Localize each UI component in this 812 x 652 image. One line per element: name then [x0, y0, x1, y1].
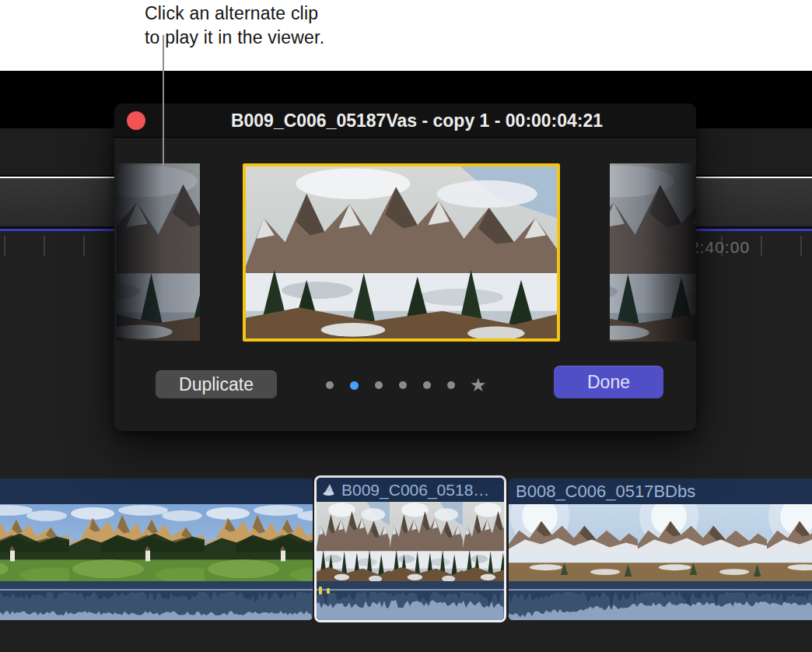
- alternate-clip-left[interactable]: [117, 163, 200, 341]
- ruler-tick: [761, 236, 762, 256]
- audio-waveform: [0, 581, 313, 620]
- dim-overlay: [117, 163, 200, 341]
- callout-pointer-line: [163, 35, 164, 167]
- ruler-tick: [44, 236, 45, 256]
- timeline-clip-green-valley[interactable]: [0, 478, 313, 620]
- alternate-dot-1[interactable]: [326, 381, 334, 389]
- ruler-tick: [4, 236, 5, 256]
- clip-name: B008_C006_0517BDbs: [516, 482, 695, 502]
- callout-line-2: to play it in the viewer.: [145, 26, 324, 50]
- favorite-star-icon[interactable]: ★: [470, 381, 487, 389]
- clip-filmstrip: [0, 504, 313, 581]
- clip-name: B009_C006_0518…: [341, 481, 489, 500]
- alternate-dot-2-selected[interactable]: [350, 381, 359, 390]
- done-button[interactable]: Done: [554, 366, 663, 398]
- audio-waveform: [509, 581, 812, 620]
- audition-title: B009_C006_05187Vas - copy 1 - 00:00:04:2…: [153, 103, 681, 138]
- alternate-dot-3[interactable]: [375, 381, 383, 389]
- dim-overlay: [610, 163, 696, 342]
- callout-line-1: Click an alternate clip: [145, 2, 324, 26]
- alternate-dot-5[interactable]: [423, 381, 431, 389]
- duplicate-button[interactable]: Duplicate: [156, 370, 277, 398]
- clip-filmstrip: [317, 502, 504, 581]
- ruler-tick: [83, 236, 85, 256]
- audition-window: B009_C006_05187Vas - copy 1 - 00:00:04:2…: [114, 103, 696, 431]
- alternate-clip-right[interactable]: [610, 163, 696, 342]
- callout-text: Click an alternate clip to play it in th…: [145, 2, 324, 50]
- fade-handle[interactable]: [327, 588, 330, 594]
- timeline-clip-audition-selected[interactable]: B009_C006_0518…: [314, 475, 506, 622]
- alternate-dots: ★: [326, 380, 487, 390]
- ruler-tick: [800, 236, 802, 256]
- alternate-dot-4[interactable]: [399, 381, 407, 389]
- alternate-clip-selected[interactable]: [243, 163, 560, 342]
- clip-header: [0, 478, 313, 504]
- audio-waveform: [317, 581, 504, 620]
- fade-handle[interactable]: [319, 587, 322, 594]
- audition-record-badge-icon: [127, 111, 145, 130]
- alternate-dot-6[interactable]: [447, 381, 455, 389]
- clip-filmstrip: [509, 504, 812, 581]
- audition-spotlight-icon: [321, 483, 336, 496]
- audition-titlebar: B009_C006_05187Vas - copy 1 - 00:00:04:2…: [114, 103, 696, 138]
- fcp-window: Click an alternate clip to play it in th…: [0, 0, 812, 652]
- timeline-clip-sunny-slope[interactable]: B008_C006_0517BDbs: [509, 478, 812, 620]
- timecode-label: 2:40:00: [690, 238, 750, 257]
